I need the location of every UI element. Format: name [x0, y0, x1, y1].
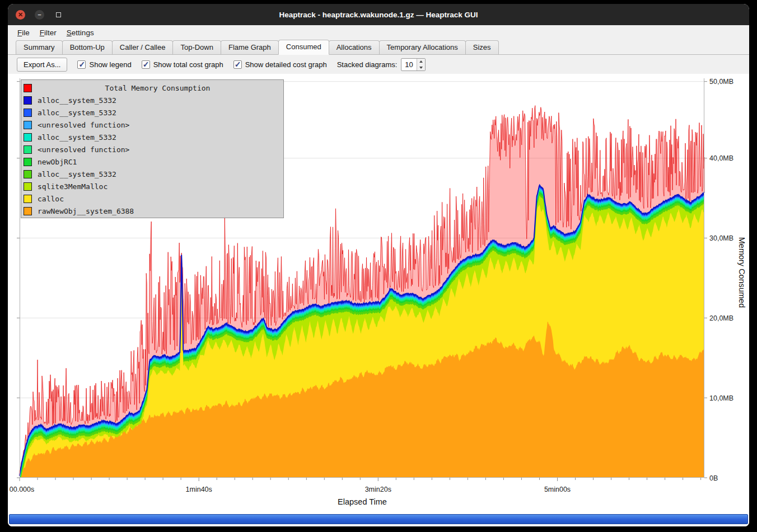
legend-label: alloc__system_5332: [38, 170, 116, 178]
stacked-diagrams-group: Stacked diagrams: 10: [337, 58, 426, 71]
checkbox-box[interactable]: [142, 60, 150, 69]
y-tick-label: 40,0MB: [709, 154, 733, 162]
spin-up-button[interactable]: [417, 59, 425, 65]
tab-temporary-allocations[interactable]: Temporary Allocations: [379, 40, 466, 54]
x-tick-label: 1min40s: [186, 486, 212, 493]
color-swatch: [24, 96, 32, 105]
legend-title-row: Total Memory Consumption: [21, 82, 283, 94]
tab-sizes[interactable]: Sizes: [465, 40, 499, 54]
legend-label: calloc: [38, 195, 64, 203]
legend-label: newObjRC1: [38, 158, 77, 166]
legend-item: sqlite3MemMalloc: [21, 180, 283, 192]
y-tick-label: 50,0MB: [709, 78, 733, 86]
y-tick-label: 0B: [709, 474, 718, 482]
time-range-scrollbar[interactable]: [9, 514, 748, 524]
legend-item: rawNewObj__system_6388: [21, 205, 283, 217]
checkbox-box[interactable]: [77, 60, 86, 69]
y-tick-label: 30,0MB: [709, 234, 733, 242]
color-swatch: [24, 158, 32, 166]
show-total-cost-graph-checkbox[interactable]: Show total cost graph: [142, 60, 223, 69]
close-button[interactable]: ✕: [16, 10, 25, 20]
legend-label: alloc__system_5332: [38, 109, 116, 117]
show-legend-checkbox[interactable]: Show legend: [77, 60, 131, 69]
tab-top-down[interactable]: Top-Down: [172, 40, 221, 54]
menubar: FileFilterSettings: [8, 25, 749, 40]
titlebar[interactable]: ✕ – Heaptrack - heaptrack.wakunode.1.gz …: [8, 4, 749, 25]
tab-flame-graph[interactable]: Flame Graph: [221, 40, 279, 54]
tab-allocations[interactable]: Allocations: [329, 40, 380, 54]
y-tick-label: 20,0MB: [709, 314, 733, 322]
x-tick-label: 00.000s: [10, 486, 34, 493]
heaptrack-window: ✕ – Heaptrack - heaptrack.wakunode.1.gz …: [8, 4, 749, 526]
tab-bottom-up[interactable]: Bottom-Up: [62, 40, 113, 54]
export-as-button[interactable]: Export As...: [17, 58, 67, 72]
stacked-diagrams-label: Stacked diagrams:: [337, 60, 398, 69]
menu-file[interactable]: File: [12, 27, 35, 39]
legend-title: Total Memory Consumption: [32, 84, 283, 92]
checkbox-label: Show legend: [89, 60, 131, 69]
legend-title-swatch: [24, 84, 32, 92]
legend-label: <unresolved function>: [38, 145, 129, 154]
maximize-icon: [56, 12, 61, 17]
color-swatch: [24, 195, 32, 203]
legend-label: rawNewObj__system_6388: [38, 207, 134, 215]
spinbox-value[interactable]: 10: [401, 59, 417, 70]
color-swatch: [24, 182, 32, 191]
maximize-button[interactable]: [54, 10, 63, 20]
checkbox-label: Show detailed cost graph: [245, 60, 327, 69]
legend-label: alloc__system_5332: [38, 96, 116, 105]
legend-item: <unresolved function>: [21, 119, 283, 131]
menu-filter[interactable]: Filter: [35, 27, 62, 39]
menu-settings[interactable]: Settings: [62, 27, 99, 39]
spin-down-button[interactable]: [417, 64, 425, 70]
legend-label: <unresolved function>: [38, 121, 129, 129]
x-tick-label: 5min00s: [544, 486, 571, 493]
legend-item: calloc: [21, 192, 283, 205]
y-axis-title: Memory Consumed: [737, 237, 746, 308]
minimize-button[interactable]: –: [35, 10, 44, 20]
toolbar: Export As... Show legendShow total cost …: [8, 55, 749, 74]
show-detailed-cost-graph-checkbox[interactable]: Show detailed cost graph: [233, 60, 327, 69]
legend-item: alloc__system_5332: [21, 94, 283, 106]
checkbox-label: Show total cost graph: [153, 60, 223, 69]
chart-area: 0B10,0MB20,0MB30,0MB40,0MB50,0MB00.000s1…: [8, 74, 749, 512]
tab-bar: SummaryBottom-UpCaller / CalleeTop-DownF…: [8, 40, 749, 55]
tab-caller-callee[interactable]: Caller / Callee: [112, 40, 174, 54]
color-swatch: [24, 145, 32, 154]
legend-label: sqlite3MemMalloc: [38, 182, 108, 191]
color-swatch: [24, 133, 32, 142]
tab-summary[interactable]: Summary: [16, 40, 63, 54]
x-tick-label: 3min20s: [365, 486, 391, 493]
legend-item: alloc__system_5332: [21, 168, 283, 180]
window-title: Heaptrack - heaptrack.wakunode.1.gz — He…: [8, 11, 749, 19]
checkbox-box[interactable]: [233, 60, 242, 69]
tab-consumed[interactable]: Consumed: [278, 40, 329, 55]
x-axis-title: Elapsed Time: [338, 497, 387, 506]
color-swatch: [24, 170, 32, 178]
legend-item: newObjRC1: [21, 156, 283, 168]
scrollbar-zone: [8, 512, 749, 526]
legend-item: alloc__system_5332: [21, 106, 283, 119]
legend-rows: alloc__system_5332alloc__system_5332<unr…: [21, 94, 283, 217]
stacked-diagrams-spinbox[interactable]: 10: [401, 58, 426, 71]
color-swatch: [24, 109, 32, 117]
y-tick-label: 10,0MB: [709, 394, 733, 402]
color-swatch: [24, 121, 32, 129]
spinbox-buttons: [417, 59, 425, 70]
legend-item: <unresolved function>: [21, 143, 283, 156]
legend-item: alloc__system_5332: [21, 131, 283, 143]
window-controls: ✕ –: [16, 10, 63, 20]
legend-label: alloc__system_5332: [38, 133, 116, 142]
color-swatch: [24, 207, 32, 215]
chart-legend: Total Memory Consumption alloc__system_5…: [21, 79, 284, 218]
